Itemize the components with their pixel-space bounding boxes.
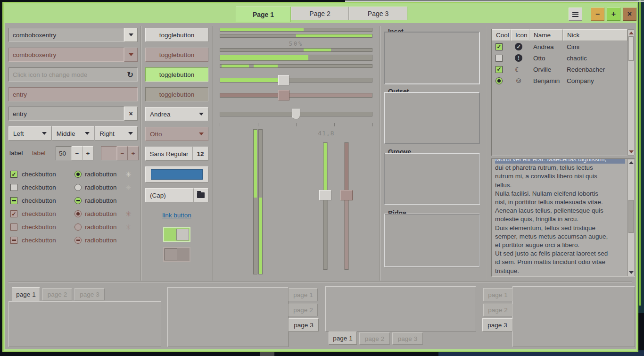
togglebutton[interactable]: togglebutton xyxy=(145,28,208,42)
table-row[interactable]: ☺ Benjamin Company xyxy=(492,75,627,86)
text-line: Duis elementum, tellus sed tristique xyxy=(495,224,625,232)
scroll-down-icon[interactable] xyxy=(629,271,634,274)
tab-label: page 2 xyxy=(293,306,313,314)
radiobutton-selected[interactable] xyxy=(74,171,82,178)
cell-cool[interactable]: ✓ xyxy=(492,43,511,50)
mixed-icon xyxy=(12,240,16,241)
cell-icon: ✓ xyxy=(511,43,529,50)
nb-left-tab-2[interactable]: page 2 xyxy=(483,304,512,316)
nb-bottom-tab-1[interactable]: page 1 xyxy=(329,331,357,345)
nb-left-tab-1[interactable]: page 1 xyxy=(483,288,512,301)
combobox-names[interactable]: Andrea xyxy=(145,107,208,121)
file-chooser-button[interactable]: (Cap) xyxy=(145,188,208,202)
scale-handle[interactable] xyxy=(292,109,300,120)
nb-top-tab-1[interactable]: page 1 xyxy=(12,287,40,301)
clear-entry-button[interactable]: × xyxy=(124,107,138,121)
table-row[interactable]: ✓ ☾ Orville Redenbacher xyxy=(492,64,627,75)
tab-page-2[interactable]: Page 2 xyxy=(291,7,349,20)
spin-minus-button[interactable]: − xyxy=(72,146,83,160)
cell-cool[interactable] xyxy=(492,55,511,62)
cell-nick: Company xyxy=(563,77,627,84)
comboboxentry-dropdown-button-disabled xyxy=(124,48,138,62)
combobox-left[interactable]: Left xyxy=(8,126,51,141)
radiobutton-label[interactable]: radiobutton xyxy=(85,197,117,204)
column-header-name[interactable]: Name xyxy=(529,29,563,41)
refresh-icon[interactable]: ↻ xyxy=(127,70,133,79)
nb-bottom-tab-3[interactable]: page 3 xyxy=(392,332,423,345)
scrollbar-thumb[interactable] xyxy=(628,200,634,232)
nb-right-tab-1[interactable]: page 1 xyxy=(289,288,318,301)
column-header-icon[interactable]: Icon xyxy=(511,29,529,41)
checkbox-checked[interactable]: ✓ xyxy=(495,66,503,73)
textview-scrollbar[interactable] xyxy=(627,159,635,276)
scroll-up-icon[interactable] xyxy=(629,32,634,34)
table-row[interactable]: ✓ ✓ Andrea Cimi xyxy=(492,41,627,52)
tab-page-3[interactable]: Page 3 xyxy=(349,7,407,20)
radiobutton-unselected[interactable] xyxy=(74,184,82,191)
scale-vertical[interactable] xyxy=(319,142,331,270)
spinbutton-value[interactable]: 50 xyxy=(56,146,72,160)
minimize-button[interactable]: − xyxy=(591,8,604,21)
combobox-right[interactable]: Right xyxy=(95,126,138,141)
folder-icon xyxy=(197,192,205,198)
checkbox-mixed[interactable] xyxy=(10,197,17,204)
nb-bottom-tab-2[interactable]: page 2 xyxy=(359,332,390,345)
entry-input[interactable]: entry xyxy=(8,107,124,121)
column-buttons: togglebutton togglebutton togglebutton t… xyxy=(145,28,208,281)
treeview-scrollbar[interactable] xyxy=(627,29,635,156)
nb-top-tab-2[interactable]: page 2 xyxy=(42,288,72,300)
radiobutton-selected[interactable] xyxy=(495,77,503,84)
scroll-up-icon[interactable] xyxy=(629,161,634,164)
comboboxentry-input[interactable]: comboboxentry xyxy=(8,28,124,42)
checkbox-checked[interactable]: ✓ xyxy=(10,171,17,178)
maximize-button[interactable]: + xyxy=(607,8,620,21)
spin-plus-button[interactable]: + xyxy=(83,146,93,160)
frame-outset xyxy=(384,92,480,144)
link-button[interactable]: link button xyxy=(162,212,191,219)
scale-with-marks[interactable] xyxy=(220,109,372,119)
switch-on[interactable] xyxy=(163,227,190,242)
textview[interactable]: Morbi vel elit erat. Maecenas dignissim,… xyxy=(491,158,635,277)
font-button[interactable]: Sans Regular 12 xyxy=(145,147,208,161)
checkbutton-label[interactable]: checkbutton xyxy=(22,197,56,204)
column-header-nick[interactable]: Nick xyxy=(563,29,627,41)
tab-label: Page 2 xyxy=(309,10,330,17)
checkbutton-label[interactable]: checkbutton xyxy=(22,184,56,191)
tab-page-1[interactable]: Page 1 xyxy=(236,7,291,22)
radiobutton-label[interactable]: radiobutton xyxy=(85,171,117,178)
chevron-down-icon xyxy=(199,132,204,135)
scrollbar-thumb[interactable] xyxy=(628,36,634,61)
checkbutton-label[interactable]: checkbutton xyxy=(22,171,56,178)
scale-handle[interactable] xyxy=(319,190,331,200)
column-header-label: Icon xyxy=(515,32,528,39)
combobox-middle[interactable]: Middle xyxy=(52,126,95,141)
scale-trough xyxy=(323,142,328,270)
nb-right-tab-2[interactable]: page 2 xyxy=(289,304,318,316)
comboboxentry-dropdown-button[interactable] xyxy=(124,28,138,42)
checkbox-checked[interactable]: ✓ xyxy=(495,43,503,50)
scale-handle[interactable] xyxy=(278,75,289,85)
nb-right-tab-3[interactable]: page 3 xyxy=(289,318,319,331)
mode-entry[interactable]: Click icon to change mode ↻ xyxy=(8,67,138,82)
checkbox-unchecked[interactable] xyxy=(10,184,17,191)
entry-placeholder: Click icon to change mode xyxy=(13,71,87,78)
close-button[interactable]: × xyxy=(623,8,636,21)
scroll-down-icon[interactable] xyxy=(629,150,634,153)
togglebutton-active[interactable]: togglebutton xyxy=(145,67,208,82)
scale-horizontal[interactable] xyxy=(220,75,372,85)
nb-left-tab-3[interactable]: page 3 xyxy=(482,318,512,331)
radiobutton-mixed-disabled xyxy=(74,237,82,244)
radiobutton-label[interactable]: radiobutton xyxy=(85,184,117,191)
scale-fill xyxy=(220,78,284,82)
table-row[interactable]: ! Otto chaotic xyxy=(492,52,627,64)
menu-button[interactable] xyxy=(569,8,582,21)
icon-glyph: ✓ xyxy=(516,44,520,50)
column-header-cool[interactable]: Cool xyxy=(492,29,511,41)
cell-cool[interactable] xyxy=(492,77,511,84)
nb-top-tab-3[interactable]: page 3 xyxy=(74,288,105,300)
radiobutton-mixed[interactable] xyxy=(74,197,82,204)
checkbox-unchecked[interactable] xyxy=(495,55,503,62)
cell-cool[interactable]: ✓ xyxy=(492,66,511,73)
color-button[interactable] xyxy=(145,166,208,182)
chevron-down-icon xyxy=(128,132,133,135)
